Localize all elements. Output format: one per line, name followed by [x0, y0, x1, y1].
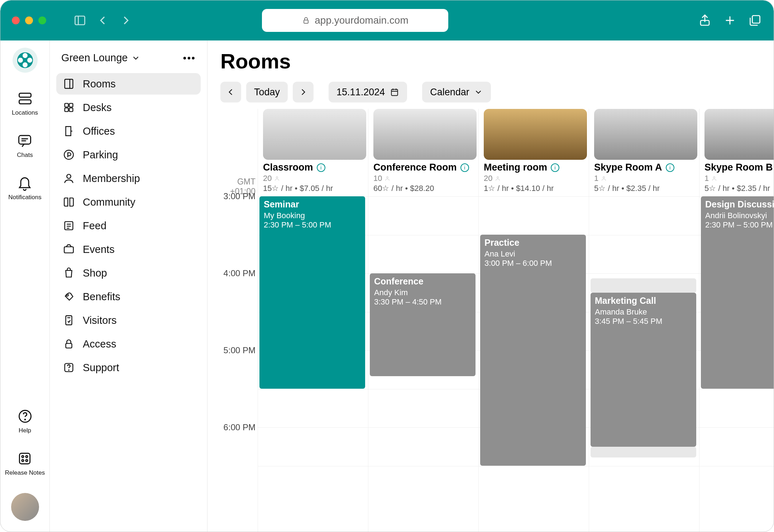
chevron-down-icon: [474, 87, 483, 97]
svg-point-25: [64, 150, 73, 159]
more-icon[interactable]: •••: [183, 52, 196, 64]
time-label: 6:00 PM: [224, 422, 255, 432]
sidebar-item-feed[interactable]: Feed: [56, 215, 201, 236]
sidebar-item-offices[interactable]: Offices: [56, 120, 201, 142]
sidebar-item-parking[interactable]: Parking: [56, 144, 201, 166]
info-icon[interactable]: i: [317, 163, 325, 172]
rail-label: Help: [19, 427, 31, 434]
next-day-button[interactable]: [293, 82, 314, 102]
bell-icon: [17, 175, 33, 191]
sidebar-item-desks[interactable]: Desks: [56, 97, 201, 118]
info-icon[interactable]: i: [666, 163, 674, 172]
location-selector[interactable]: Green Lounge •••: [56, 49, 201, 67]
room-image: [373, 109, 477, 160]
rail-notifications[interactable]: Notifications: [8, 175, 42, 201]
date-picker[interactable]: 15.11.2024: [329, 82, 407, 102]
tabs-icon[interactable]: [748, 13, 762, 28]
close-window-icon[interactable]: [12, 16, 20, 24]
sidebar-item-membership[interactable]: Membership: [56, 168, 201, 189]
rail-chats[interactable]: Chats: [17, 133, 33, 159]
rail-locations[interactable]: Locations: [12, 91, 38, 116]
event-subtitle: Andrii Bolinovskyi: [705, 211, 774, 220]
sidebar-item-access[interactable]: Access: [56, 333, 201, 355]
room-header[interactable]: Classroomi 20 15☆ / hr • $7.05 / hr: [258, 109, 368, 196]
room-capacity: 1: [704, 174, 709, 183]
sidebar-item-events[interactable]: Events: [56, 239, 201, 260]
nav-back-icon[interactable]: [96, 13, 110, 28]
room-grid[interactable]: Seminar My Booking 2:30 PM – 5:00 PM: [258, 196, 368, 504]
events-icon: [63, 243, 75, 255]
sidebar-item-visitors[interactable]: Visitors: [56, 310, 201, 331]
today-button[interactable]: Today: [246, 82, 288, 102]
svg-point-26: [67, 174, 71, 178]
person-icon: [601, 175, 607, 182]
locations-icon: [17, 91, 33, 106]
view-selector[interactable]: Calendar: [422, 82, 491, 102]
room-header[interactable]: Conference Roomi 10 60☆ / hr • $28.20: [368, 109, 478, 196]
event-title: Practice: [484, 238, 582, 248]
sidebar-item-benefits[interactable]: Benefits: [56, 286, 201, 307]
event-subtitle: Ana Levi: [484, 249, 582, 259]
sidebar-item-community[interactable]: Community: [56, 191, 201, 213]
share-icon[interactable]: [698, 13, 712, 28]
support-icon: [63, 361, 75, 374]
community-icon: [63, 196, 75, 208]
sidebar-item-rooms[interactable]: Rooms: [56, 73, 201, 95]
sidebar-item-shop[interactable]: Shop: [56, 262, 201, 284]
booking-event[interactable]: Conference Andy Kim 3:30 PM – 4:50 PM: [370, 273, 476, 376]
booking-event[interactable]: Seminar My Booking 2:30 PM – 5:00 PM: [259, 196, 365, 389]
app-logo[interactable]: [13, 48, 38, 73]
room-header[interactable]: Skype Room Ai 1 5☆ / hr • $2.35 / hr: [589, 109, 699, 196]
sidebar-toggle-icon[interactable]: [73, 13, 87, 28]
time-label: 4:00 PM: [224, 268, 255, 278]
rail-label: Locations: [12, 109, 38, 116]
event-subtitle: My Booking: [264, 211, 361, 220]
room-rate: 1☆ / hr • $14.10 / hr: [479, 184, 589, 193]
info-icon[interactable]: i: [460, 163, 469, 172]
room-grid[interactable]: Marketing Call Amanda Bruke 3:45 PM – 5:…: [589, 196, 699, 504]
sidebar-item-label: Offices: [83, 125, 115, 137]
prev-day-button[interactable]: [220, 82, 241, 102]
sidebar-item-label: Rooms: [83, 78, 116, 90]
room-grid[interactable]: Design Discussion Andrii Bolinovskyi 2:3…: [699, 196, 774, 504]
sidebar-item-support[interactable]: Support: [56, 357, 201, 378]
room-header[interactable]: Meeting roomi 20 1☆ / hr • $14.10 / hr: [479, 109, 589, 196]
url-field[interactable]: app.yourdomain.com: [262, 9, 448, 32]
rail-release-notes[interactable]: Release Notes: [5, 451, 45, 476]
nav-forward-icon[interactable]: [119, 13, 133, 28]
svg-point-45: [603, 177, 605, 178]
sidebar-item-label: Support: [83, 362, 119, 374]
sidebar-item-label: Access: [83, 338, 116, 350]
new-tab-icon[interactable]: [723, 13, 737, 28]
info-icon[interactable]: i: [551, 163, 559, 172]
shop-icon: [63, 267, 75, 279]
room-grid[interactable]: Conference Andy Kim 3:30 PM – 4:50 PM: [368, 196, 478, 504]
desks-icon: [63, 101, 75, 114]
booking-event[interactable]: Design Discussion Andrii Bolinovskyi 2:3…: [701, 196, 774, 389]
url-text: app.yourdomain.com: [315, 15, 408, 26]
benefits-icon: [63, 291, 75, 303]
browser-titlebar: app.yourdomain.com: [0, 0, 774, 40]
event-time: 3:30 PM – 4:50 PM: [374, 297, 471, 307]
main-area: Rooms Today 15.11.2024 Calendar: [207, 40, 774, 532]
event-time: 2:30 PM – 5:00 PM: [264, 220, 361, 230]
rail-label: Release Notes: [5, 469, 45, 476]
user-avatar[interactable]: [11, 493, 39, 521]
time-gutter: GMT +01:00 3:00 PM 4:00 PM 5:00 PM 6:00 …: [220, 109, 258, 532]
svg-rect-9: [19, 135, 31, 144]
room-header[interactable]: Skype Room Bi 1 5☆ / hr • $2.35 / hr: [699, 109, 774, 196]
rail-label: Notifications: [8, 194, 42, 201]
svg-point-43: [387, 177, 388, 178]
release-notes-icon: [17, 451, 33, 466]
booking-event[interactable]: Practice Ana Levi 3:00 PM – 6:00 PM: [480, 235, 586, 466]
time-label: 3:00 PM: [224, 191, 255, 201]
booking-padding: [591, 278, 696, 293]
booking-event[interactable]: Marketing Call Amanda Bruke 3:45 PM – 5:…: [591, 293, 696, 447]
room-column: Skype Room Bi 1 5☆ / hr • $2.35 / hr Des…: [699, 109, 774, 532]
svg-rect-0: [75, 16, 85, 25]
rail-help[interactable]: Help: [17, 408, 33, 434]
room-grid[interactable]: Practice Ana Levi 3:00 PM – 6:00 PM: [479, 196, 589, 504]
minimize-window-icon[interactable]: [25, 16, 33, 24]
fullscreen-window-icon[interactable]: [38, 16, 46, 24]
sidebar-item-label: Membership: [83, 173, 140, 184]
